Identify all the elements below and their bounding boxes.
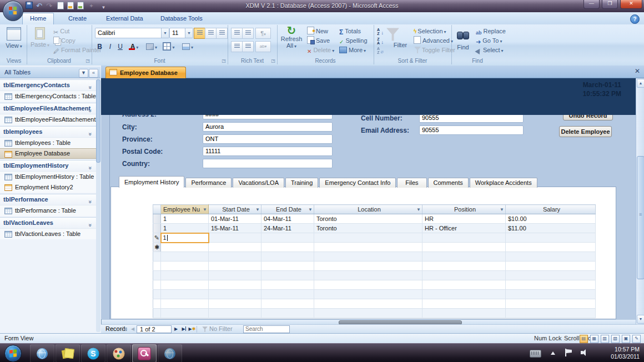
font-size-combo[interactable]: 11▼ (169, 28, 193, 38)
taskbar-sticky-notes-icon[interactable] (56, 344, 80, 362)
gridlines-button[interactable] (162, 42, 176, 52)
volume-icon[interactable] (581, 349, 588, 356)
find-button[interactable]: Find (452, 26, 474, 51)
alternate-fill-button[interactable] (179, 42, 196, 52)
cell[interactable]: 04-Mar-11 (261, 214, 314, 224)
column-header-location[interactable]: Location▼ (314, 205, 422, 214)
taskbar-access-icon-active[interactable] (132, 344, 157, 362)
tab-external-data[interactable]: External Data (99, 13, 150, 24)
column-header-employee-number[interactable]: Employee Nu▼ (161, 205, 209, 214)
email-address-field[interactable]: 90555 (419, 125, 524, 135)
nav-item-form[interactable]: Employment History2 (0, 182, 96, 193)
increase-indent-button[interactable] (242, 28, 254, 39)
cell[interactable] (422, 233, 506, 243)
goto-button[interactable]: ➜Go To (476, 36, 502, 45)
nav-group-header[interactable]: tblEmergencyContacts» (0, 79, 96, 91)
nav-group-header[interactable]: tblemployees» (0, 126, 96, 138)
cell[interactable]: HR - Officer (422, 224, 506, 233)
language-keyboard-icon[interactable] (530, 350, 541, 358)
cell[interactable] (506, 243, 596, 252)
nav-item-table[interactable]: tblPerformance : Table (0, 205, 96, 216)
row-selector-new[interactable]: ✱ (153, 243, 161, 252)
form-view-icon[interactable]: ▤ (580, 335, 588, 343)
italic-button[interactable]: I (105, 42, 115, 52)
taskbar-browser-icon[interactable] (30, 344, 54, 362)
align-right-button[interactable] (216, 28, 228, 39)
cell[interactable]: 01-Mar-11 (209, 214, 261, 224)
country-field[interactable] (203, 159, 333, 168)
numbered-list-button[interactable] (231, 41, 243, 52)
save-record-button[interactable]: Save (307, 36, 330, 45)
replace-button[interactable]: abReplace (476, 27, 506, 36)
design-view-icon[interactable]: ✎ (632, 335, 641, 343)
tab-files[interactable]: Files (397, 178, 426, 188)
taskbar-browser2-icon[interactable] (158, 344, 182, 362)
new-record-icon[interactable]: ▶✱ (188, 326, 196, 333)
cell[interactable] (209, 243, 261, 252)
nav-menu-caret-icon[interactable]: ▼ (79, 69, 88, 78)
sort-ascending-button[interactable]: AZ↓ (376, 27, 384, 36)
postal-code-field[interactable]: 11111 (203, 147, 333, 156)
nav-item-table[interactable]: tblEmploymentHistory : Table (0, 172, 96, 182)
nav-item-table[interactable]: tblEmergencyContacts : Table (0, 91, 96, 102)
taskbar-paint-icon[interactable] (107, 344, 131, 362)
active-cell[interactable]: 1 (161, 233, 209, 243)
cell[interactable]: $10.00 (506, 214, 596, 224)
datasheet-view-icon[interactable]: ▦ (590, 335, 598, 343)
tab-performance[interactable]: Performance (185, 178, 232, 188)
underline-button[interactable]: U (115, 42, 125, 52)
record-position-box[interactable]: 1 of 2 (137, 325, 172, 333)
close-button[interactable]: ✕ (620, 0, 642, 9)
select-all-corner[interactable] (153, 205, 161, 214)
cell[interactable]: Toronto (314, 214, 422, 224)
nav-pane-header[interactable]: All Tables ▼ « (0, 67, 100, 78)
restore-button[interactable]: ❐ (602, 0, 618, 9)
cell[interactable] (261, 243, 314, 252)
cell[interactable] (422, 243, 506, 252)
tab-vacations-loa[interactable]: Vacations/LOA (233, 178, 284, 188)
form-vertical-scrollbar[interactable]: ▲ ▼ (636, 78, 644, 324)
nav-item-table[interactable]: tblEmployeeFilesAttachement... (0, 114, 96, 125)
help-icon[interactable]: ? (630, 14, 640, 24)
nav-group-header[interactable]: tblPerformance» (0, 194, 96, 205)
cell[interactable] (261, 233, 314, 243)
record-search-input[interactable] (243, 325, 290, 333)
action-center-icon[interactable] (565, 349, 572, 356)
new-record-button[interactable]: New (307, 27, 328, 36)
tab-home[interactable]: Home (22, 13, 54, 25)
spelling-button[interactable]: ✓Spelling (339, 36, 368, 45)
cell[interactable]: $11.00 (506, 224, 596, 233)
shutter-bar-close-icon[interactable]: « (89, 69, 98, 78)
cell[interactable] (209, 233, 261, 243)
selection-filter-button[interactable]: ϟSelection (414, 27, 446, 36)
nav-item-table[interactable]: tblemployees : Table (0, 138, 96, 148)
last-record-icon[interactable]: ▶ (180, 326, 188, 333)
tab-employment-history[interactable]: Employment History (119, 176, 184, 188)
tab-comments[interactable]: Comments (428, 178, 469, 188)
font-color-button[interactable]: A (127, 42, 142, 52)
cell[interactable]: 15-Mar-11 (209, 224, 261, 233)
select-button[interactable]: Select (476, 46, 504, 54)
tab-create[interactable]: Create (61, 13, 94, 24)
fill-color-button[interactable] (145, 42, 158, 52)
clipboard-dialog-launcher-icon[interactable]: ◳ (85, 58, 90, 63)
cell[interactable] (161, 243, 209, 252)
scrollbar-thumb[interactable] (637, 156, 644, 279)
nav-pane-scrollbar[interactable] (96, 78, 100, 332)
row-selector-editing[interactable]: ✎ (153, 233, 161, 243)
bold-button[interactable]: B (95, 42, 104, 52)
align-left-button[interactable] (194, 28, 205, 39)
office-button[interactable] (3, 1, 23, 21)
column-header-position[interactable]: Position▼ (422, 205, 506, 214)
pivotchart-view-icon[interactable]: ▧ (611, 335, 620, 343)
tab-workplace-accidents[interactable]: Workplace Accidents (470, 178, 537, 188)
font-dialog-launcher-icon[interactable]: ◳ (222, 58, 226, 63)
layout-view-icon[interactable]: ▣ (622, 335, 630, 343)
rich-text-dialog-launcher-icon[interactable]: ◳ (271, 58, 275, 63)
province-field[interactable]: ONT (203, 134, 333, 144)
cell[interactable]: 1 (161, 224, 209, 233)
row-selector[interactable] (153, 214, 161, 224)
nav-group-header[interactable]: tblEmployeeFilesAttachement» (0, 103, 96, 114)
city-field[interactable]: Aurora (203, 122, 333, 132)
sort-descending-button[interactable]: ZA↓ (376, 36, 384, 45)
